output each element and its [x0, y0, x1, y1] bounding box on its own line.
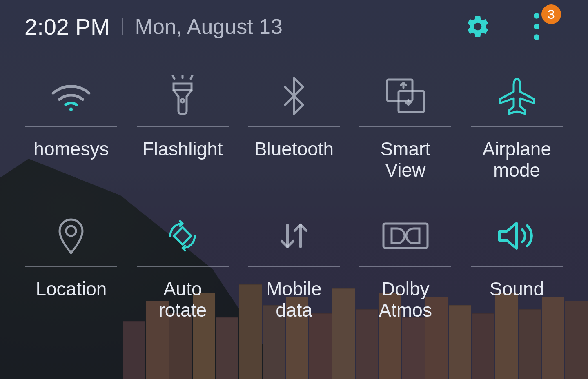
status-header: 2:02 PM Mon, August 13 3 [24, 4, 564, 49]
svg-point-1 [534, 24, 539, 29]
notification-badge: 3 [541, 4, 561, 24]
mobile-data-icon [248, 205, 340, 267]
location-icon [25, 205, 117, 267]
svg-point-0 [534, 13, 539, 19]
tile-auto-rotate[interactable]: Auto rotate [137, 205, 229, 321]
tile-location[interactable]: Location [25, 205, 117, 321]
tile-label: Airplane mode [471, 139, 563, 181]
tile-wifi[interactable]: homesys [25, 65, 117, 181]
wifi-icon [25, 65, 117, 127]
tile-label: Sound [490, 279, 544, 300]
settings-button[interactable] [463, 12, 492, 41]
tile-label: Dolby Atmos [359, 279, 451, 321]
svg-point-2 [534, 34, 539, 40]
tile-smart-view[interactable]: Smart View [359, 65, 451, 181]
smart-view-icon [359, 65, 451, 127]
header-separator [122, 18, 123, 35]
flashlight-icon [137, 65, 229, 127]
bluetooth-icon [248, 65, 340, 127]
sound-icon [471, 205, 563, 267]
clock-time: 2:02 PM [24, 13, 110, 40]
tile-label: Bluetooth [254, 139, 334, 160]
tile-label: homesys [33, 139, 109, 160]
tile-bluetooth[interactable]: Bluetooth [248, 65, 340, 181]
auto-rotate-icon [137, 205, 229, 267]
svg-line-6 [191, 75, 192, 79]
quick-settings-grid: homesys Flashlight [24, 65, 564, 321]
tile-flashlight[interactable]: Flashlight [137, 65, 229, 181]
svg-point-11 [66, 226, 76, 236]
more-vertical-icon [531, 12, 542, 41]
more-options-button[interactable]: 3 [522, 12, 551, 41]
tile-label: Auto rotate [137, 279, 229, 321]
header-actions: 3 [463, 12, 551, 41]
tile-mobile-data[interactable]: Mobile data [248, 205, 340, 321]
svg-point-3 [69, 108, 73, 111]
clock-date: Mon, August 13 [135, 14, 453, 39]
tile-label: Flashlight [143, 139, 223, 160]
airplane-icon [471, 65, 563, 127]
tile-sound[interactable]: Sound [471, 205, 563, 321]
svg-rect-12 [174, 227, 191, 244]
dolby-atmos-icon [359, 205, 451, 267]
tile-label: Location [36, 279, 107, 300]
svg-point-8 [181, 99, 184, 102]
svg-line-4 [173, 75, 174, 79]
tile-airplane-mode[interactable]: Airplane mode [471, 65, 563, 181]
tile-label: Mobile data [248, 279, 340, 321]
quick-settings-panel: 2:02 PM Mon, August 13 3 [0, 0, 588, 379]
tile-label: Smart View [359, 139, 451, 181]
gear-icon [465, 13, 491, 40]
tile-dolby-atmos[interactable]: Dolby Atmos [359, 205, 451, 321]
